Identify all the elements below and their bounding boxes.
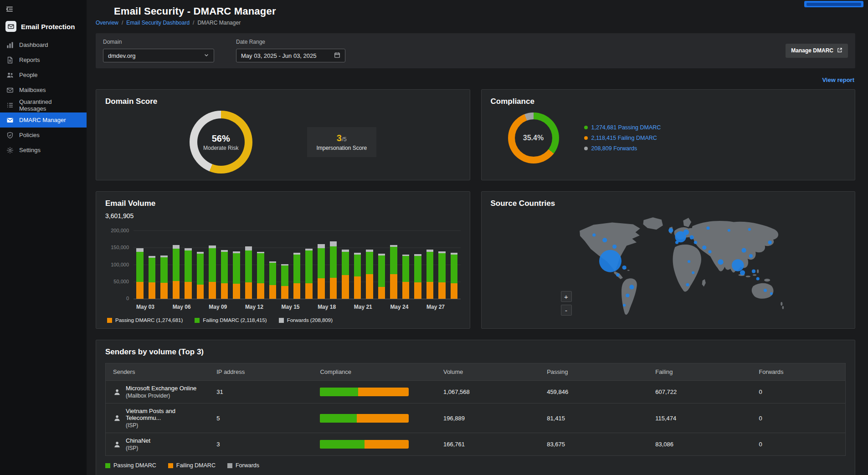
volume-bar[interactable] — [305, 230, 313, 299]
volume-bar[interactable] — [330, 230, 337, 299]
country-bubble[interactable] — [675, 241, 678, 244]
zoom-in-button[interactable]: + — [561, 291, 572, 302]
volume-bar[interactable] — [233, 230, 240, 299]
redacted-account-text — [806, 3, 861, 6]
compliance-legend-item[interactable]: 1,274,681 Passing DMARC — [584, 124, 661, 131]
country-bubble[interactable] — [668, 228, 673, 233]
country-bubble[interactable] — [741, 248, 746, 253]
compliance-legend-item[interactable]: 2,118,415 Failing DMARC — [584, 135, 661, 141]
column-header-failing[interactable]: Failing — [648, 363, 751, 380]
volume-bar[interactable] — [160, 230, 168, 299]
volume-bar[interactable] — [390, 230, 397, 299]
country-bubble[interactable] — [622, 266, 626, 270]
column-header-compliance[interactable]: Compliance — [313, 363, 436, 380]
column-header-ip-address[interactable]: IP address — [209, 363, 313, 380]
sidebar-item-people[interactable]: People — [0, 67, 87, 82]
volume-bar[interactable] — [426, 230, 434, 299]
column-header-senders[interactable]: Senders — [106, 363, 209, 380]
volume-bar[interactable] — [438, 230, 446, 299]
country-bubble[interactable] — [692, 271, 694, 274]
volume-bar[interactable] — [136, 230, 144, 299]
menu-toggle-button[interactable] — [2, 4, 17, 16]
country-bubble[interactable] — [616, 273, 619, 276]
volume-bar[interactable] — [149, 230, 156, 299]
sidebar-item-settings[interactable]: Settings — [0, 143, 87, 158]
country-bubble[interactable] — [693, 241, 697, 244]
volume-bar[interactable] — [221, 230, 228, 299]
country-bubble[interactable] — [702, 245, 706, 250]
sidebar-item-dashboard[interactable]: Dashboard — [0, 37, 87, 52]
country-bubble[interactable] — [749, 254, 752, 258]
country-bubble[interactable] — [688, 260, 690, 263]
country-bubble[interactable] — [623, 304, 626, 306]
date-range-input[interactable]: May 03, 2025 - Jun 03, 2025 — [236, 49, 345, 62]
breadcrumb-item-1[interactable]: Email Security Dashboard — [126, 20, 190, 26]
country-bubble[interactable] — [718, 259, 723, 265]
volume-bar[interactable] — [366, 230, 373, 299]
domain-select[interactable]: dmdev.org — [103, 49, 214, 62]
zoom-out-button[interactable]: - — [561, 305, 572, 316]
sidebar-item-reports[interactable]: Reports — [0, 52, 87, 67]
volume-bar[interactable] — [257, 230, 264, 299]
x-tick-label: May 06 — [173, 304, 191, 310]
column-header-passing[interactable]: Passing — [539, 363, 648, 380]
volume-bar[interactable] — [185, 230, 192, 299]
country-bubble[interactable] — [756, 277, 759, 280]
brand-label: Email Protection — [21, 23, 75, 31]
account-badge[interactable] — [804, 1, 863, 7]
country-bubble[interactable] — [689, 235, 693, 240]
country-bubble[interactable] — [740, 270, 745, 275]
volume-bar[interactable] — [318, 230, 325, 299]
volume-bar[interactable] — [293, 230, 301, 299]
volume-bar[interactable] — [269, 230, 277, 299]
country-bubble[interactable] — [626, 294, 629, 297]
person-icon — [113, 440, 121, 449]
sender-failing: 115,474 — [648, 411, 751, 426]
volume-bar[interactable] — [342, 230, 349, 299]
country-bubble[interactable] — [708, 250, 711, 253]
country-bubble[interactable] — [763, 289, 766, 292]
sidebar-item-label: People — [19, 72, 37, 78]
country-bubble[interactable] — [629, 285, 634, 289]
volume-bar[interactable] — [451, 230, 458, 299]
country-bubble[interactable] — [748, 228, 750, 231]
volume-bar[interactable] — [414, 230, 421, 299]
bar-segment — [366, 274, 373, 299]
bar-segment — [281, 286, 288, 299]
volume-bar[interactable] — [197, 230, 204, 299]
country-bubble[interactable] — [768, 240, 771, 244]
volume-bar[interactable] — [245, 230, 252, 299]
bar-segment — [426, 252, 434, 282]
compliance-legend-item[interactable]: 208,809 Forwards — [584, 145, 661, 152]
country-bubble[interactable] — [751, 270, 755, 273]
volume-bar[interactable] — [354, 230, 361, 299]
country-bubble[interactable] — [602, 238, 607, 242]
country-bubble[interactable] — [706, 226, 709, 230]
country-bubble[interactable] — [770, 292, 772, 295]
column-header-forwards[interactable]: Forwards — [751, 363, 845, 380]
country-bubble[interactable] — [732, 259, 744, 271]
x-tick-label — [196, 304, 197, 310]
country-bubble[interactable] — [599, 250, 621, 272]
country-bubble[interactable] — [683, 230, 688, 235]
country-bubble[interactable] — [727, 229, 730, 232]
sender-row[interactable]: Vietnam Posts and Telecommu...(ISP)5196,… — [106, 403, 845, 433]
country-bubble[interactable] — [612, 245, 616, 249]
volume-bar[interactable] — [173, 230, 180, 299]
sidebar-item-dmarc[interactable]: DMARC Manager — [0, 112, 87, 128]
manage-dmarc-button[interactable]: Manage DMARC — [786, 44, 848, 58]
sidebar-item-mailboxes[interactable]: Mailboxes — [0, 82, 87, 97]
sidebar-item-quarantined[interactable]: Quarantined Messages — [0, 97, 87, 112]
country-bubble[interactable] — [686, 283, 689, 286]
volume-bar[interactable] — [281, 230, 288, 299]
breadcrumb-item-0[interactable]: Overview — [96, 20, 118, 26]
country-bubble[interactable] — [592, 233, 596, 236]
sidebar-item-policies[interactable]: Policies — [0, 128, 87, 143]
sender-row[interactable]: Microsoft Exchange Online(Mailbox Provid… — [106, 380, 845, 403]
volume-bar[interactable] — [378, 230, 385, 299]
view-report-link[interactable]: View report — [822, 77, 854, 83]
volume-bar[interactable] — [402, 230, 410, 299]
volume-bar[interactable] — [209, 230, 216, 299]
column-header-volume[interactable]: Volume — [436, 363, 539, 380]
sender-row[interactable]: ChinaNet(ISP)3166,76183,67583,0860 — [106, 433, 845, 455]
